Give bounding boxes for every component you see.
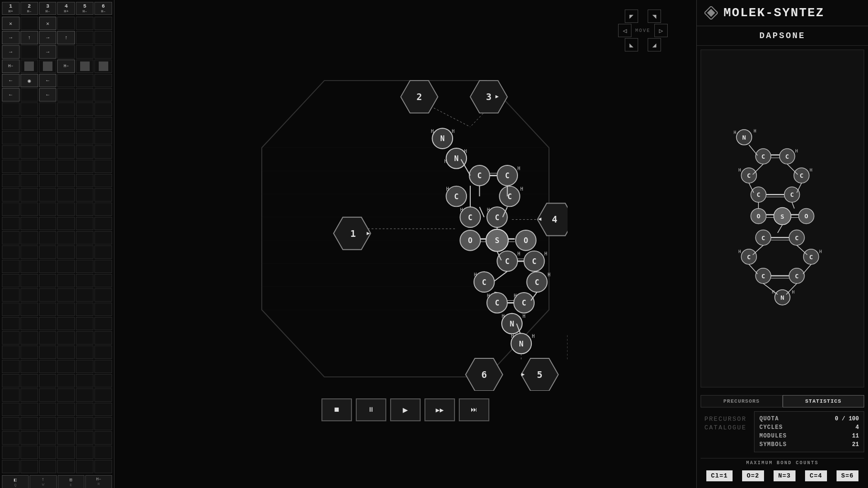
grid-cell[interactable]: [2, 188, 20, 202]
grid-cell[interactable]: [57, 417, 75, 430]
grid-cell[interactable]: [2, 203, 20, 216]
grid-cell[interactable]: [94, 188, 112, 202]
grid-cell[interactable]: [39, 417, 57, 430]
grid-cell[interactable]: [76, 431, 93, 445]
grid-cell[interactable]: [94, 131, 112, 144]
grid-cell[interactable]: [39, 288, 57, 302]
grid-cell[interactable]: [76, 174, 93, 187]
grid-cell[interactable]: [39, 131, 57, 144]
grid-cell[interactable]: [39, 102, 57, 116]
grid-cell[interactable]: [2, 117, 20, 130]
grid-cell[interactable]: [76, 374, 93, 387]
grid-cell[interactable]: [39, 174, 57, 187]
grid-cell[interactable]: [2, 317, 20, 330]
stats-tabs[interactable]: PRECURSORS STATISTICS: [701, 395, 864, 407]
move-right-arrow[interactable]: ▷: [654, 24, 668, 37]
grid-cell[interactable]: [2, 417, 20, 430]
grid-cell[interactable]: [57, 160, 75, 173]
grid-cell[interactable]: [76, 303, 93, 316]
move-down-right-arrow[interactable]: ◢: [648, 38, 661, 51]
grid-cell[interactable]: [39, 360, 57, 373]
grid-cell[interactable]: [21, 417, 38, 430]
grid-cell[interactable]: [94, 460, 112, 473]
grid-cell[interactable]: [57, 188, 75, 202]
grid-cell[interactable]: [57, 45, 75, 59]
fastest-button[interactable]: ⏭: [459, 398, 489, 421]
grid-cell[interactable]: [76, 460, 93, 473]
grid-cell[interactable]: [21, 346, 38, 359]
grid-cell[interactable]: [94, 102, 112, 116]
grid-cell[interactable]: [57, 317, 75, 330]
grid-cell[interactable]: [21, 45, 38, 59]
module-grid[interactable]: ✕ ✕ → ↑ → ↑ → → H– H– ← ◉ ← ←: [2, 17, 112, 473]
grid-cell[interactable]: [39, 260, 57, 273]
grid-cell[interactable]: →: [39, 31, 57, 44]
grid-cell[interactable]: [39, 188, 57, 202]
grid-cell[interactable]: [76, 17, 93, 30]
grid-cell[interactable]: [94, 431, 112, 445]
grid-cell[interactable]: [21, 131, 38, 144]
grid-cell[interactable]: [21, 17, 38, 30]
grid-cell[interactable]: [39, 160, 57, 173]
grid-cell[interactable]: [39, 217, 57, 230]
key-w[interactable]: ↑ W: [30, 475, 56, 488]
grid-cell[interactable]: ✕: [39, 17, 57, 30]
key-r[interactable]: H– R: [85, 475, 112, 488]
move-up-right-arrow[interactable]: ◥: [648, 10, 661, 23]
grid-cell[interactable]: [94, 217, 112, 230]
grid-cell[interactable]: [39, 446, 57, 459]
grid-cell[interactable]: [94, 260, 112, 273]
precursor-catalogue-label[interactable]: PRECURSOR CATALOGUE: [701, 411, 750, 456]
stop-button[interactable]: ■: [321, 398, 352, 421]
grid-cell[interactable]: [94, 17, 112, 30]
grid-cell[interactable]: [39, 346, 57, 359]
grid-cell[interactable]: [39, 203, 57, 216]
grid-cell[interactable]: [76, 446, 93, 459]
grid-cell[interactable]: [57, 446, 75, 459]
grid-cell[interactable]: [76, 217, 93, 230]
grid-cell[interactable]: [94, 288, 112, 302]
grid-cell[interactable]: [57, 145, 75, 159]
grid-cell[interactable]: [57, 217, 75, 230]
grid-cell[interactable]: ←: [2, 88, 20, 102]
grid-cell[interactable]: [57, 17, 75, 30]
grid-cell[interactable]: [21, 360, 38, 373]
grid-cell[interactable]: ✕: [2, 17, 20, 30]
grid-cell[interactable]: H–: [2, 60, 20, 73]
grid-cell[interactable]: [2, 131, 20, 144]
grid-cell[interactable]: [21, 145, 38, 159]
grid-cell[interactable]: [2, 303, 20, 316]
grid-cell[interactable]: [57, 88, 75, 102]
grid-cell[interactable]: [21, 217, 38, 230]
grid-cell[interactable]: [39, 274, 57, 287]
grid-cell[interactable]: [21, 102, 38, 116]
grid-cell[interactable]: [2, 360, 20, 373]
grid-cell[interactable]: [94, 388, 112, 402]
grid-cell[interactable]: [39, 431, 57, 445]
grid-cell[interactable]: ↑: [21, 31, 38, 44]
grid-cell[interactable]: [57, 331, 75, 345]
grid-cell[interactable]: [76, 360, 93, 373]
grid-cell[interactable]: [57, 260, 75, 273]
key-q[interactable]: ◧ Q: [2, 475, 29, 488]
grid-cell[interactable]: [57, 245, 75, 259]
grid-cell[interactable]: [2, 331, 20, 345]
grid-cell[interactable]: ◉: [21, 74, 38, 87]
tab-precursors[interactable]: PRECURSORS: [701, 395, 783, 407]
grid-cell[interactable]: [2, 274, 20, 287]
grid-cell[interactable]: [39, 303, 57, 316]
grid-cell[interactable]: →: [2, 45, 20, 59]
fast-forward-button[interactable]: ▶▶: [424, 398, 455, 421]
grid-cell[interactable]: [94, 346, 112, 359]
grid-cell[interactable]: ←: [39, 88, 57, 102]
grid-cell[interactable]: ←: [39, 74, 57, 87]
grid-cell[interactable]: [76, 274, 93, 287]
grid-cell[interactable]: [21, 446, 38, 459]
play-button[interactable]: ▶: [390, 398, 421, 421]
grid-cell[interactable]: [94, 331, 112, 345]
grid-cell[interactable]: [21, 460, 38, 473]
grid-cell[interactable]: [2, 145, 20, 159]
grid-cell[interactable]: [76, 102, 93, 116]
grid-cell[interactable]: [76, 74, 93, 87]
grid-cell[interactable]: [21, 60, 38, 73]
